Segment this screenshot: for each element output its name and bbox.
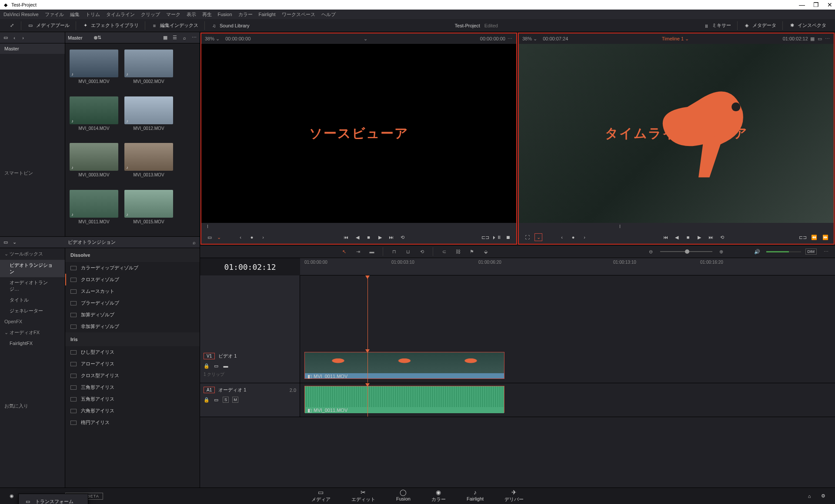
menu-item[interactable]: Fusion: [218, 12, 232, 17]
track-tag[interactable]: V1: [204, 353, 215, 359]
marker-icon[interactable]: ●: [569, 233, 577, 241]
media-clip[interactable]: MVI_0002.MOV: [124, 50, 173, 90]
overwrite-tool-icon[interactable]: ⊔: [403, 247, 413, 256]
page-media[interactable]: ▭メディア: [301, 487, 341, 504]
zoom-slider[interactable]: [660, 251, 712, 252]
volume-slider[interactable]: [766, 251, 801, 252]
fx-nav-openfx[interactable]: OpenFX: [0, 316, 65, 327]
fx-nav-favorites[interactable]: お気に入り: [0, 400, 65, 412]
fx-item[interactable]: クロス型アイリス: [65, 370, 200, 381]
play-icon[interactable]: ▶: [376, 233, 384, 241]
more-icon[interactable]: ⋯: [824, 36, 830, 42]
video-clip[interactable]: ◧MVI_0011.MOV: [304, 352, 504, 379]
page-deliver[interactable]: ✈デリバー: [494, 487, 534, 504]
insert-tool-icon[interactable]: ⊓: [389, 247, 399, 256]
menu-item[interactable]: 再生: [202, 11, 212, 18]
fx-item[interactable]: 六角形アイリス: [65, 405, 200, 417]
flag-icon[interactable]: ⚑: [467, 247, 477, 256]
fx-item[interactable]: アローアイリス: [65, 358, 200, 370]
menu-item[interactable]: 編集: [70, 11, 80, 18]
link-icon[interactable]: ⛓: [453, 247, 463, 256]
overlay-menu-button[interactable]: ⌄: [534, 233, 542, 241]
grid-view-icon[interactable]: ▦: [162, 35, 168, 41]
mixer-toggle[interactable]: ⫼ミキサー: [699, 20, 735, 30]
fx-item[interactable]: 三角形アイリス: [65, 381, 200, 393]
more-icon[interactable]: ⋯: [821, 247, 831, 256]
first-frame-icon[interactable]: ⏮: [342, 233, 350, 241]
first-frame-icon[interactable]: ⏮: [661, 233, 669, 241]
audio-clip[interactable]: ◧MVI_0011.MOV: [304, 386, 504, 413]
fx-nav-item[interactable]: FairlightFX: [0, 338, 65, 348]
metadata-toggle[interactable]: ◈メタデータ: [739, 20, 781, 30]
fx-nav-item[interactable]: ジェネレーター: [0, 305, 65, 316]
popup-item-transform[interactable]: ▭トランスフォーム: [19, 496, 88, 504]
marker-tool-icon[interactable]: ⬙: [481, 247, 491, 256]
prev-mark-icon[interactable]: ‹: [558, 233, 566, 241]
page-edit[interactable]: ✂エディット: [341, 487, 386, 504]
menu-item[interactable]: クリップ: [141, 11, 160, 18]
fx-item[interactable]: クロスディゾルブ: [65, 274, 200, 285]
trim-tool-icon[interactable]: ⇥: [353, 247, 363, 256]
menu-item[interactable]: カラー: [238, 11, 253, 18]
next-edit-icon[interactable]: ⏩: [822, 233, 829, 241]
fx-nav-item[interactable]: オーディオトランジ…: [0, 277, 65, 295]
inspector-toggle[interactable]: ✱インスペクタ: [785, 20, 831, 30]
zoom-out-icon[interactable]: ⊖: [646, 247, 656, 256]
fx-item[interactable]: ブラーディゾルブ: [65, 297, 200, 309]
fx-item[interactable]: ひし型アイリス: [65, 346, 200, 358]
fx-nav-item[interactable]: タイトル: [0, 295, 65, 305]
menu-item[interactable]: ヘルプ: [321, 11, 336, 18]
zoom-value[interactable]: 38%: [205, 36, 214, 41]
insert-icon[interactable]: ⏵⏸: [493, 233, 501, 241]
next-mark-icon[interactable]: ›: [259, 233, 267, 241]
menu-item[interactable]: タイムライン: [106, 11, 135, 18]
fx-item[interactable]: 加算ディゾルブ: [65, 309, 200, 321]
dim-button[interactable]: DIM: [805, 249, 817, 255]
effects-lib-toggle[interactable]: ✦エフェクトライブラリ: [78, 20, 143, 30]
more-icon[interactable]: ⋯: [191, 35, 197, 41]
lock-icon[interactable]: 🔒: [204, 397, 210, 403]
media-clip[interactable]: MVI_0014.MOV: [70, 96, 118, 137]
menu-item[interactable]: ファイル: [45, 11, 64, 18]
viewer-mode-icon[interactable]: ▭: [206, 233, 214, 241]
playhead[interactable]: [367, 275, 368, 349]
fx-nav-toolbox[interactable]: ツールボックス: [0, 248, 65, 260]
sort-icon[interactable]: ⇅: [97, 35, 103, 41]
more-icon[interactable]: ⋯: [507, 36, 513, 42]
media-pool-toggle[interactable]: ▭メディアプール: [23, 20, 74, 30]
search-icon[interactable]: ⌕: [191, 239, 197, 245]
menu-item[interactable]: 表示: [187, 11, 196, 18]
fx-item[interactable]: 楕円アイリス: [65, 417, 200, 428]
media-clip[interactable]: MVI_0001.MOV: [70, 50, 118, 90]
maximize-button[interactable]: ❐: [813, 1, 819, 8]
prev-frame-icon[interactable]: ◀: [673, 233, 681, 241]
next-frame-icon[interactable]: ⏭: [387, 233, 395, 241]
list-view-icon[interactable]: ☰: [172, 35, 178, 41]
crop-tool-icon[interactable]: ⛶: [523, 233, 531, 241]
search-icon[interactable]: ⌕: [181, 35, 187, 41]
marker-icon[interactable]: ●: [248, 233, 256, 241]
play-icon[interactable]: ▶: [695, 233, 703, 241]
bin-item-master[interactable]: Master: [0, 43, 65, 54]
bin-view-icon[interactable]: ▭: [3, 35, 9, 41]
track-tag[interactable]: A1: [204, 387, 215, 393]
snap-icon[interactable]: ⊂: [439, 247, 449, 256]
program-scrubber[interactable]: [519, 223, 834, 231]
overwrite-icon[interactable]: ⏹: [504, 233, 512, 241]
media-clip[interactable]: MVI_0003.MOV: [70, 143, 118, 184]
media-clip[interactable]: MVI_0013.MOV: [124, 143, 173, 184]
fx-item[interactable]: 五角形アイリス: [65, 393, 200, 405]
sound-lib-toggle[interactable]: ♫Sound Library: [207, 21, 254, 30]
prev-edit-icon[interactable]: ⏪: [810, 233, 818, 241]
minimize-button[interactable]: —: [799, 1, 805, 8]
home-icon[interactable]: ⌂: [806, 493, 812, 499]
grid-icon[interactable]: ▦: [809, 36, 815, 42]
source-scrubber[interactable]: [201, 223, 516, 231]
timeline-name[interactable]: Timeline 1: [662, 36, 684, 41]
page-color[interactable]: ◉カラー: [421, 487, 456, 504]
mute-icon[interactable]: M: [232, 397, 238, 403]
fx-item[interactable]: スムースカット: [65, 285, 200, 297]
media-clip[interactable]: MVI_0011.MOV: [70, 190, 118, 231]
stop-icon[interactable]: ■: [684, 233, 692, 241]
menu-item[interactable]: トリム: [86, 11, 100, 18]
